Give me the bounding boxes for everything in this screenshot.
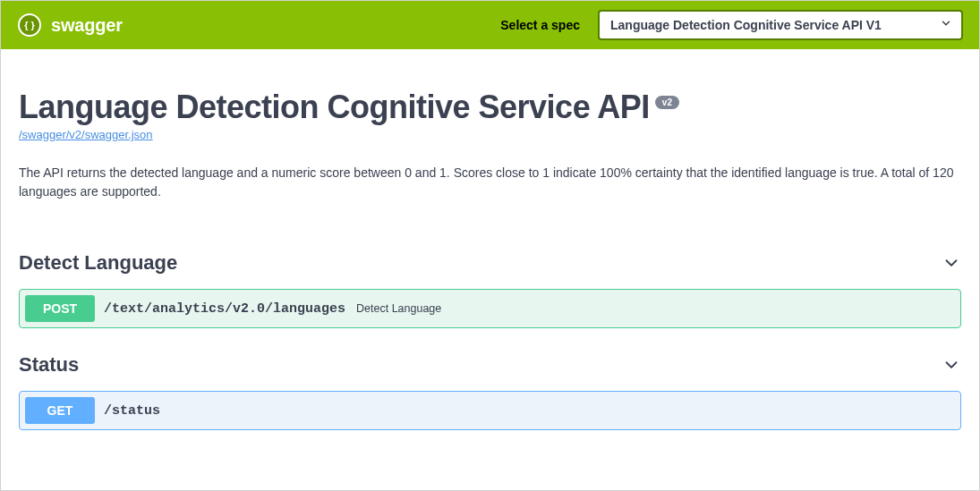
brand-text: swagger [51,15,123,36]
method-badge: GET [25,397,95,424]
chevron-down-icon [942,355,961,375]
method-badge: POST [25,295,95,322]
operation-post-languages[interactable]: POST /text/analytics/v2.0/languages Dete… [19,289,961,328]
api-description: The API returns the detected language an… [19,164,961,201]
tag-section-status: Status GET /status [19,353,961,430]
swagger-json-link[interactable]: /swagger/v2/swagger.json [19,128,153,141]
svg-text:{ }: { } [24,20,35,30]
tag-section-detect-language: Detect Language POST /text/analytics/v2.… [19,251,961,328]
operation-path: /status [104,403,160,419]
spec-select-label: Select a spec [500,18,580,32]
operation-summary: Detect Language [356,302,441,315]
version-badge: v2 [655,96,679,109]
logo[interactable]: { } swagger [17,13,123,38]
swagger-logo-icon: { } [17,13,42,38]
tag-header[interactable]: Status [19,353,961,380]
chevron-down-icon [942,253,961,273]
title-block: Language Detection Cognitive Service API… [19,49,961,126]
operation-get-status[interactable]: GET /status [19,391,961,430]
operation-path: /text/analytics/v2.0/languages [104,301,345,317]
tag-header[interactable]: Detect Language [19,251,961,278]
main-content: Language Detection Cognitive Service API… [1,49,979,490]
api-title: Language Detection Cognitive Service API [19,89,650,126]
tag-title: Status [19,353,79,377]
topbar: { } swagger Select a spec Language Detec… [1,1,979,49]
tag-title: Detect Language [19,251,177,275]
spec-select[interactable]: Language Detection Cognitive Service API… [598,10,963,40]
spec-select-wrapper: Language Detection Cognitive Service API… [598,10,963,40]
